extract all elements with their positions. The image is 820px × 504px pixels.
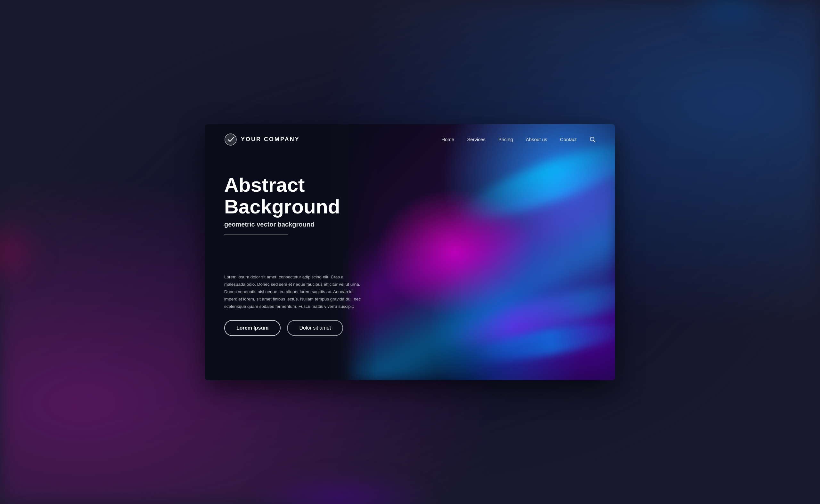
nav-links: Home Services Pricing Absout us Contact [441, 136, 596, 143]
primary-button[interactable]: Lorem Ipsum [224, 320, 281, 336]
svg-point-0 [225, 134, 237, 145]
navbar: YOUR COMPANY Home Services Pricing Absou… [205, 124, 615, 155]
search-icon-button[interactable] [589, 136, 596, 143]
hero-buttons: Lorem Ipsum Dolor sit amet [224, 320, 596, 336]
nav-pricing[interactable]: Pricing [498, 137, 513, 142]
search-icon [589, 136, 596, 143]
hero-body-text: Lorem ipsum dolor sit amet, consectetur … [224, 274, 365, 310]
browser-window: YOUR COMPANY Home Services Pricing Absou… [205, 124, 615, 380]
logo-text: YOUR COMPANY [241, 136, 300, 143]
outer-blob-top-right [683, 0, 779, 32]
outer-blob-bottom [246, 475, 438, 504]
nav-services[interactable]: Services [467, 137, 486, 142]
nav-about[interactable]: Absout us [526, 137, 547, 142]
svg-line-2 [593, 140, 595, 142]
hero-divider [224, 235, 288, 235]
hero-title: Abstract Background [224, 174, 391, 218]
nav-contact[interactable]: Contact [560, 137, 576, 142]
logo-icon [224, 133, 237, 146]
hero-subtitle: geometric vector background [224, 221, 352, 228]
outer-blob-left [0, 220, 38, 284]
logo[interactable]: YOUR COMPANY [224, 133, 300, 146]
page-content: YOUR COMPANY Home Services Pricing Absou… [205, 124, 615, 380]
secondary-button[interactable]: Dolor sit amet [287, 320, 343, 336]
hero-section: Abstract Background geometric vector bac… [205, 155, 615, 380]
nav-home[interactable]: Home [441, 137, 454, 142]
